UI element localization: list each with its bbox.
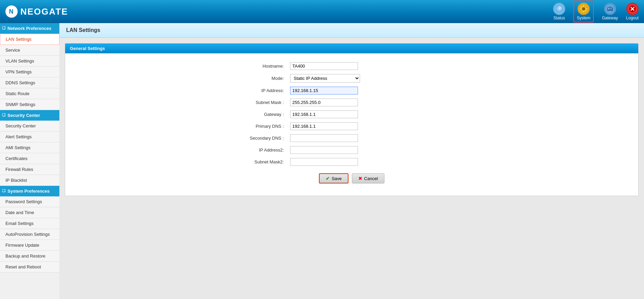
status-icon [553, 3, 565, 15]
subnet-mask-row: Subnet Mask : [233, 96, 471, 108]
subnet-mask-label: Subnet Mask : [233, 96, 287, 108]
svg-point-6 [583, 11, 584, 12]
secondary-dns-value-cell [287, 132, 471, 144]
svg-point-5 [583, 5, 584, 7]
gateway-input[interactable] [290, 110, 358, 118]
sidebar-section-security-center[interactable]: Security Center [0, 110, 59, 121]
ip-address2-value-cell [287, 144, 471, 156]
status-label: Status [553, 16, 565, 20]
sidebar-item-reset-and-reboot[interactable]: Reset and Reboot [0, 262, 59, 272]
svg-point-3 [582, 7, 585, 10]
main-content: LAN Settings General Settings Hostname: … [59, 23, 644, 299]
subnet-mask-input[interactable] [290, 99, 358, 106]
sidebar-item-static-route[interactable]: Static Route [0, 88, 59, 99]
svg-rect-16 [611, 8, 612, 9]
ip-address-label: IP Address: [233, 85, 287, 96]
gateway-label: Gateway [602, 16, 618, 20]
cancel-x-icon: ✖ [358, 176, 362, 181]
system-icon [577, 3, 590, 15]
sidebar-item-vpn-settings[interactable]: VPN Settings [0, 67, 59, 77]
sidebar-item-certificates[interactable]: Certificates [0, 153, 59, 164]
ip-address2-row: IP Address2: [233, 144, 471, 156]
gateway-row: Gateway : [233, 108, 471, 120]
nav-gateway[interactable]: Gateway [602, 3, 618, 20]
section-title: General Settings [65, 43, 638, 53]
logo-text: NEOGATE [20, 6, 68, 17]
sidebar-item-firewall-rules[interactable]: Firewall Rules [0, 164, 59, 175]
save-button[interactable]: ✔ Save [319, 173, 348, 183]
svg-point-12 [585, 10, 586, 11]
subnet-mask2-label: Subnet Mask2: [233, 156, 287, 168]
sidebar-item-snmp-settings[interactable]: SNMP Settings [0, 99, 59, 110]
content-area: General Settings Hostname: Mode: [59, 38, 644, 201]
subnet-mask2-value-cell [287, 156, 471, 168]
secondary-dns-input[interactable] [290, 134, 358, 142]
mode-row: Mode: Static IP Address DHCP [233, 72, 471, 85]
logo: N NEOGATE [5, 5, 68, 18]
svg-point-7 [580, 8, 582, 10]
svg-point-9 [581, 6, 582, 7]
nav-status[interactable]: Status [553, 3, 565, 20]
sidebar-item-security-center[interactable]: Security Center [0, 121, 59, 131]
cancel-button[interactable]: ✖ Cancel [352, 173, 384, 183]
hostname-input[interactable] [290, 62, 358, 70]
gateway-label: Gateway : [233, 108, 287, 120]
gateway-icon [604, 3, 616, 15]
sidebar-section-system-preferences[interactable]: System Preferences [0, 186, 59, 196]
subnet-mask2-input[interactable] [290, 158, 358, 166]
sidebar-item-lan-settings[interactable]: LAN Settings [0, 34, 59, 45]
button-row: ✔ Save ✖ Cancel [71, 168, 633, 189]
sidebar-item-firmware-update[interactable]: Firmware Update [0, 240, 59, 251]
sidebar-item-password-settings[interactable]: Password Settings [0, 196, 59, 207]
header: N NEOGATE Status [0, 0, 644, 23]
hostname-label: Hostname: [233, 60, 287, 72]
sidebar-item-ddns-settings[interactable]: DDNS Settings [0, 77, 59, 88]
sidebar-item-autoprovision-settings[interactable]: AutoProvision Settings [0, 229, 59, 240]
sidebar-item-alert-settings[interactable]: Alert Settings [0, 131, 59, 142]
svg-point-10 [585, 6, 586, 7]
hostname-value-cell [287, 60, 471, 72]
page-title: LAN Settings [59, 23, 644, 38]
primary-dns-input[interactable] [290, 122, 358, 130]
sidebar-item-service[interactable]: Service [0, 45, 59, 56]
mode-select[interactable]: Static IP Address DHCP [290, 74, 360, 83]
sidebar-item-date-and-time[interactable]: Date and Time [0, 207, 59, 218]
svg-point-11 [581, 10, 582, 11]
sidebar-item-email-settings[interactable]: Email Settings [0, 218, 59, 229]
sidebar-item-vlan-settings[interactable]: VLAN Settings [0, 56, 59, 67]
subnet-mask2-row: Subnet Mask2: [233, 156, 471, 168]
ip-address-value-cell [287, 85, 471, 96]
nav-system[interactable]: System [573, 1, 594, 22]
secondary-dns-label: Secondary DNS : [233, 132, 287, 144]
layout: Network Preferences LAN Settings Service… [0, 23, 644, 299]
ip-address-input[interactable] [290, 87, 358, 94]
sidebar-item-backup-and-restore[interactable]: Backup and Restore [0, 251, 59, 262]
sidebar: Network Preferences LAN Settings Service… [0, 23, 59, 299]
hostname-row: Hostname: [233, 60, 471, 72]
sidebar-item-ami-settings[interactable]: AMI Settings [0, 142, 59, 153]
subnet-mask-value-cell [287, 96, 471, 108]
svg-point-8 [586, 8, 587, 10]
primary-dns-row: Primary DNS : [233, 120, 471, 132]
gateway-value-cell [287, 108, 471, 120]
sidebar-item-ip-blacklist[interactable]: IP Blacklist [0, 175, 59, 186]
ip-address-row: IP Address: [233, 85, 471, 96]
svg-rect-14 [608, 8, 609, 9]
general-settings-box: General Settings Hostname: Mode: [65, 43, 639, 196]
mode-label: Mode: [233, 72, 287, 85]
nav-icons: Status System [553, 1, 639, 22]
nav-logout[interactable]: Logout [626, 3, 639, 20]
logout-label: Logout [626, 16, 639, 20]
system-label: System [577, 16, 590, 20]
mode-value-cell: Static IP Address DHCP [287, 72, 471, 85]
primary-dns-value-cell [287, 120, 471, 132]
sidebar-section-network-preferences[interactable]: Network Preferences [0, 23, 59, 34]
svg-rect-15 [610, 8, 611, 9]
logo-icon: N [5, 5, 18, 18]
primary-dns-label: Primary DNS : [233, 120, 287, 132]
save-check-icon: ✔ [326, 176, 330, 181]
section-body: Hostname: Mode: Static IP Address DHCP [65, 53, 638, 196]
ip-address2-label: IP Address2: [233, 144, 287, 156]
ip-address2-input[interactable] [290, 146, 358, 154]
logout-icon [626, 3, 639, 15]
